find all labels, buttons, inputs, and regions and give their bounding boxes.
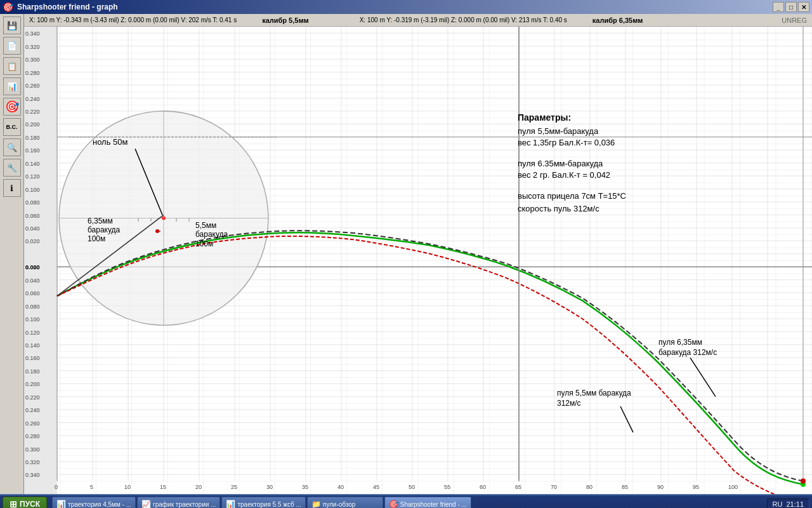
taskbar-item-4[interactable]: 📁 пули-обзор bbox=[307, 497, 383, 508]
left-sidebar: 💾 📄 📋 📊 🎯 B.C. 🔍 🔧 ℹ bbox=[0, 14, 24, 494]
status-right: X: 100 m Y: -0.319 m (-3.19 mil) Z: 0.00… bbox=[360, 17, 567, 23]
taskbar-item-2[interactable]: 📈 график траектории ... bbox=[137, 497, 220, 508]
taskbar-icon-4: 📁 bbox=[311, 500, 321, 508]
taskbar-label-1: траектория 4,5мм - ... bbox=[68, 501, 131, 508]
window-title: Sharpshooter friend - graph bbox=[17, 3, 118, 11]
svg-text:35: 35 bbox=[302, 493, 308, 494]
svg-text:100: 100 bbox=[728, 493, 738, 494]
tool-search[interactable]: 🔍 bbox=[3, 138, 21, 156]
svg-text:0.260: 0.260 bbox=[25, 420, 40, 427]
tool-target[interactable]: 🎯 bbox=[3, 98, 21, 116]
svg-text:баракуда: баракуда bbox=[88, 225, 120, 234]
svg-text:0.240: 0.240 bbox=[25, 407, 40, 413]
taskbar-icon-1: 📊 bbox=[56, 500, 66, 508]
svg-text:0.080: 0.080 bbox=[25, 304, 40, 310]
status-unreg: UNREG bbox=[782, 17, 807, 24]
svg-text:0.160: 0.160 bbox=[25, 355, 40, 361]
window-controls[interactable]: _ □ ✕ bbox=[773, 2, 809, 12]
svg-text:высота прицела 7см  Т=15*С: высота прицела 7см Т=15*С bbox=[518, 191, 626, 201]
tool-save[interactable]: 💾 bbox=[3, 17, 21, 34]
svg-text:0.300: 0.300 bbox=[25, 57, 40, 63]
tool-bc[interactable]: B.C. bbox=[3, 118, 21, 136]
taskbar-item-3[interactable]: 📊 траектория 5.5 жсб ... bbox=[221, 497, 305, 508]
svg-text:0.240: 0.240 bbox=[25, 95, 40, 102]
svg-text:312м/с: 312м/с bbox=[557, 399, 581, 408]
taskbar-label-5: Sharpshooter friend - ... bbox=[400, 501, 467, 508]
svg-text:90: 90 bbox=[657, 484, 664, 490]
svg-text:0.000: 0.000 bbox=[25, 264, 40, 271]
svg-text:0.260: 0.260 bbox=[25, 83, 40, 89]
svg-text:50: 50 bbox=[409, 493, 415, 494]
svg-text:75: 75 bbox=[515, 493, 521, 494]
svg-text:85: 85 bbox=[622, 484, 628, 490]
svg-text:0.280: 0.280 bbox=[25, 70, 40, 76]
svg-text:0.160: 0.160 bbox=[25, 147, 40, 154]
svg-text:25: 25 bbox=[231, 493, 237, 494]
system-tray: RU 21:11 bbox=[767, 498, 809, 508]
svg-text:90: 90 bbox=[657, 493, 664, 494]
svg-point-169 bbox=[801, 478, 806, 483]
svg-text:100м: 100м bbox=[195, 239, 213, 248]
svg-text:0.140: 0.140 bbox=[25, 342, 40, 349]
svg-text:0.100: 0.100 bbox=[25, 316, 40, 323]
svg-text:65: 65 bbox=[515, 484, 521, 490]
svg-text:45: 45 bbox=[373, 484, 379, 490]
minimize-button[interactable]: _ bbox=[773, 2, 784, 12]
svg-text:15: 15 bbox=[160, 484, 166, 490]
svg-text:0.120: 0.120 bbox=[25, 173, 40, 180]
taskbar-item-5[interactable]: 🎯 Sharpshooter friend - ... bbox=[384, 497, 471, 508]
svg-text:пуля 5,5мм баракуда: пуля 5,5мм баракуда bbox=[557, 389, 631, 398]
maximize-button[interactable]: □ bbox=[785, 2, 797, 12]
svg-text:5,5мм: 5,5мм bbox=[195, 221, 216, 230]
svg-text:50: 50 bbox=[409, 484, 415, 490]
status-left-label: калибр 5,5мм bbox=[262, 17, 309, 24]
tool-open[interactable]: 📄 bbox=[3, 37, 21, 55]
svg-text:0.200: 0.200 bbox=[25, 121, 40, 128]
start-label: ПУСК bbox=[20, 500, 40, 508]
svg-text:0: 0 bbox=[55, 493, 58, 494]
svg-text:0.120: 0.120 bbox=[25, 329, 40, 335]
svg-text:0.020: 0.020 bbox=[25, 238, 40, 244]
svg-text:100м: 100м bbox=[88, 234, 105, 243]
start-button[interactable]: ⊞ ПУСК bbox=[3, 497, 47, 508]
taskbar-label-2: график траектории ... bbox=[153, 501, 216, 508]
svg-text:20: 20 bbox=[195, 484, 202, 490]
svg-text:100: 100 bbox=[728, 484, 738, 490]
svg-text:0.280: 0.280 bbox=[25, 433, 40, 439]
svg-text:вес 1,35гр  Бал.К-т= 0,036: вес 1,35гр Бал.К-т= 0,036 bbox=[518, 138, 615, 147]
svg-text:10: 10 bbox=[124, 484, 131, 490]
svg-text:0.100: 0.100 bbox=[25, 187, 40, 193]
svg-point-76 bbox=[155, 229, 159, 233]
svg-text:скорость пуль 312м/с: скорость пуль 312м/с bbox=[518, 204, 599, 213]
svg-text:ноль 50м: ноль 50м bbox=[93, 137, 128, 147]
taskbar: ⊞ ПУСК 📊 траектория 4,5мм - ... 📈 график… bbox=[0, 494, 812, 508]
close-button[interactable]: ✕ bbox=[798, 2, 809, 12]
taskbar-label-3: траектория 5.5 жсб ... bbox=[237, 501, 301, 508]
tool-wrench[interactable]: 🔧 bbox=[3, 159, 21, 177]
svg-text:0.180: 0.180 bbox=[25, 368, 40, 375]
taskbar-icon-2: 📈 bbox=[141, 500, 151, 508]
svg-text:55: 55 bbox=[444, 493, 450, 494]
svg-point-68 bbox=[162, 216, 166, 220]
chart-container[interactable]: ноль 50м 6,35мм баракуда 100м 5,5мм бара… bbox=[24, 27, 812, 494]
tool-table[interactable]: 📋 bbox=[3, 57, 21, 75]
svg-text:35: 35 bbox=[302, 484, 308, 490]
content-area: 💾 📄 📋 📊 🎯 B.C. 🔍 🔧 ℹ X: 100 m Y: -0.343 … bbox=[0, 14, 812, 494]
svg-text:60: 60 bbox=[480, 484, 486, 490]
taskbar-item-1[interactable]: 📊 траектория 4,5мм - ... bbox=[52, 497, 136, 508]
svg-text:0.320: 0.320 bbox=[25, 44, 40, 50]
svg-text:95: 95 bbox=[693, 493, 699, 494]
lang-indicator: RU bbox=[773, 500, 783, 508]
tool-info[interactable]: ℹ bbox=[3, 179, 21, 197]
main-window: 💾 📄 📋 📊 🎯 B.C. 🔍 🔧 ℹ X: 100 m Y: -0.343 … bbox=[0, 14, 812, 494]
svg-text:0.340: 0.340 bbox=[25, 30, 40, 37]
trajectory-chart: ноль 50м 6,35мм баракуда 100м 5,5мм бара… bbox=[24, 27, 812, 494]
svg-text:55: 55 bbox=[444, 484, 450, 490]
svg-text:80: 80 bbox=[586, 484, 593, 490]
svg-text:вес 2 гр.  Бал.К-т = 0,042: вес 2 гр. Бал.К-т = 0,042 bbox=[518, 170, 610, 180]
taskbar-icon-3: 📊 bbox=[226, 500, 235, 508]
svg-text:0.040: 0.040 bbox=[25, 277, 40, 284]
tool-chart[interactable]: 📊 bbox=[3, 77, 21, 95]
svg-text:6,35мм: 6,35мм bbox=[88, 217, 113, 225]
svg-text:20: 20 bbox=[195, 493, 202, 494]
